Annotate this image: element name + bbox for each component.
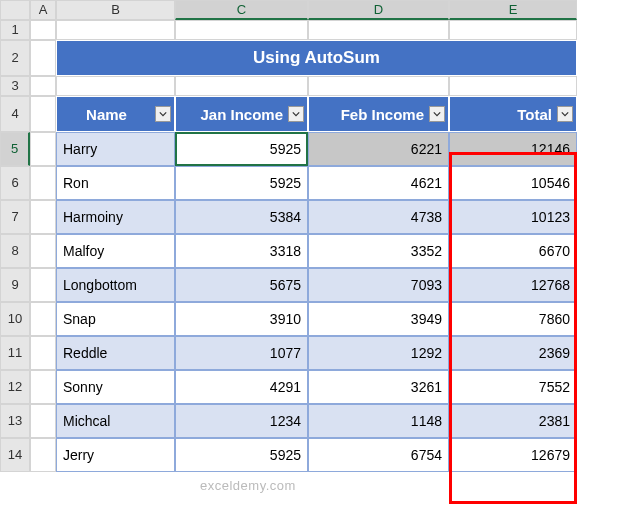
cell-a1[interactable] (30, 20, 56, 40)
table-header-jan[interactable]: Jan Income (175, 96, 308, 132)
cell-jan[interactable]: 5925 (175, 438, 308, 472)
col-header-b[interactable]: B (56, 0, 175, 20)
cell-feb[interactable]: 3949 (308, 302, 449, 336)
cell-a11[interactable] (30, 336, 56, 370)
cell-e1[interactable] (449, 20, 577, 40)
cell-feb[interactable]: 1292 (308, 336, 449, 370)
cell-jan[interactable]: 4291 (175, 370, 308, 404)
row-header-14[interactable]: 14 (0, 438, 30, 472)
col-header-d[interactable]: D (308, 0, 449, 20)
cell-a3[interactable] (30, 76, 56, 96)
cell-name[interactable]: Jerry (56, 438, 175, 472)
col-header-e[interactable]: E (449, 0, 577, 20)
cell-total[interactable]: 2369 (449, 336, 577, 370)
table-header-feb[interactable]: Feb Income (308, 96, 449, 132)
header-label: Jan Income (200, 106, 283, 123)
cell-total[interactable]: 10546 (449, 166, 577, 200)
cell-a2[interactable] (30, 40, 56, 76)
row-header-10[interactable]: 10 (0, 302, 30, 336)
cell-feb[interactable]: 7093 (308, 268, 449, 302)
cell-a13[interactable] (30, 404, 56, 438)
cell-feb[interactable]: 6754 (308, 438, 449, 472)
cell-name[interactable]: Longbottom (56, 268, 175, 302)
row-header-5[interactable]: 5 (0, 132, 30, 166)
col-header-c[interactable]: C (175, 0, 308, 20)
cell-feb[interactable]: 6221 (308, 132, 449, 166)
cell-a9[interactable] (30, 268, 56, 302)
cell-a12[interactable] (30, 370, 56, 404)
header-label: Total (517, 106, 552, 123)
cell-a7[interactable] (30, 200, 56, 234)
cell-jan[interactable]: 1077 (175, 336, 308, 370)
cell-a6[interactable] (30, 166, 56, 200)
cell-b3[interactable] (56, 76, 175, 96)
spreadsheet-grid[interactable]: A B C D E 1 2 Using AutoSum 3 4 Name Jan… (0, 0, 621, 472)
cell-jan[interactable]: 5925 (175, 166, 308, 200)
cell-feb[interactable]: 3352 (308, 234, 449, 268)
cell-e3[interactable] (449, 76, 577, 96)
cell-name[interactable]: Harry (56, 132, 175, 166)
filter-button-jan[interactable] (288, 106, 304, 122)
cell-a4[interactable] (30, 96, 56, 132)
cell-c3[interactable] (175, 76, 308, 96)
cell-jan[interactable]: 5675 (175, 268, 308, 302)
row-header-7[interactable]: 7 (0, 200, 30, 234)
cell-jan[interactable]: 3318 (175, 234, 308, 268)
cell-total[interactable]: 6670 (449, 234, 577, 268)
row-header-3[interactable]: 3 (0, 76, 30, 96)
cell-a8[interactable] (30, 234, 56, 268)
cell-a14[interactable] (30, 438, 56, 472)
cell-jan[interactable]: 1234 (175, 404, 308, 438)
cell-a5[interactable] (30, 132, 56, 166)
cell-feb[interactable]: 4621 (308, 166, 449, 200)
row-header-1[interactable]: 1 (0, 20, 30, 40)
cell-name[interactable]: Snap (56, 302, 175, 336)
cell-jan[interactable]: 5925 (175, 132, 308, 166)
cell-d1[interactable] (308, 20, 449, 40)
table-header-total[interactable]: Total (449, 96, 577, 132)
table-header-name[interactable]: Name (56, 96, 175, 132)
select-all-corner[interactable] (0, 0, 30, 20)
cell-total[interactable]: 12146 (449, 132, 577, 166)
cell-name[interactable]: Sonny (56, 370, 175, 404)
row-header-6[interactable]: 6 (0, 166, 30, 200)
row-header-12[interactable]: 12 (0, 370, 30, 404)
cell-feb[interactable]: 4738 (308, 200, 449, 234)
cell-total[interactable]: 2381 (449, 404, 577, 438)
cell-name[interactable]: Ron (56, 166, 175, 200)
cell-total[interactable]: 12679 (449, 438, 577, 472)
row-header-11[interactable]: 11 (0, 336, 30, 370)
cell-total[interactable]: 7552 (449, 370, 577, 404)
cell-jan[interactable]: 5384 (175, 200, 308, 234)
cell-feb[interactable]: 3261 (308, 370, 449, 404)
cell-b1[interactable] (56, 20, 175, 40)
cell-d3[interactable] (308, 76, 449, 96)
cell-name[interactable]: Michcal (56, 404, 175, 438)
cell-a10[interactable] (30, 302, 56, 336)
cell-total[interactable]: 7860 (449, 302, 577, 336)
cell-total[interactable]: 10123 (449, 200, 577, 234)
filter-button-name[interactable] (155, 106, 171, 122)
cell-name[interactable]: Malfoy (56, 234, 175, 268)
header-label: Name (86, 106, 127, 123)
row-header-9[interactable]: 9 (0, 268, 30, 302)
watermark-text: exceldemy.com (200, 478, 296, 493)
cell-c1[interactable] (175, 20, 308, 40)
title-cell[interactable]: Using AutoSum (56, 40, 577, 76)
cell-name[interactable]: Reddle (56, 336, 175, 370)
cell-feb[interactable]: 1148 (308, 404, 449, 438)
row-header-13[interactable]: 13 (0, 404, 30, 438)
header-label: Feb Income (341, 106, 424, 123)
col-header-a[interactable]: A (30, 0, 56, 20)
cell-total[interactable]: 12768 (449, 268, 577, 302)
row-header-8[interactable]: 8 (0, 234, 30, 268)
row-header-4[interactable]: 4 (0, 96, 30, 132)
filter-button-total[interactable] (557, 106, 573, 122)
row-header-2[interactable]: 2 (0, 40, 30, 76)
cell-jan[interactable]: 3910 (175, 302, 308, 336)
filter-button-feb[interactable] (429, 106, 445, 122)
cell-name[interactable]: Harmoiny (56, 200, 175, 234)
